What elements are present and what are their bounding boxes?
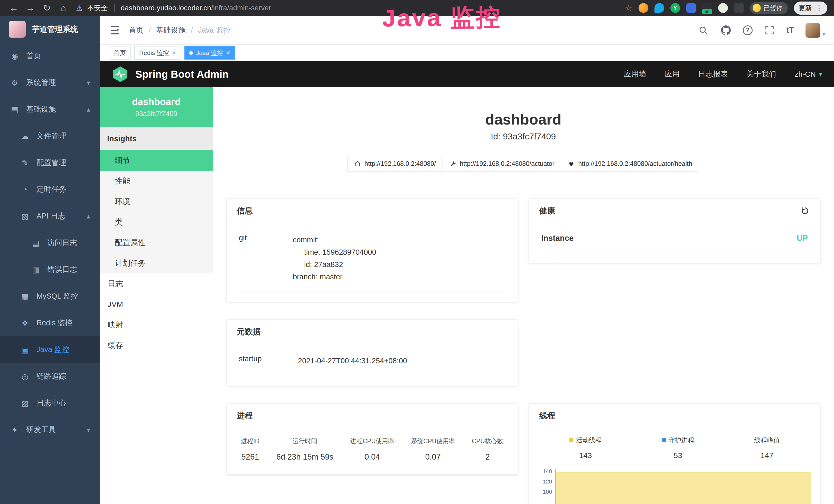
extension-leaf-icon[interactable]: [718, 3, 728, 13]
user-menu[interactable]: ▾: [806, 23, 825, 38]
sba-nav-about[interactable]: 关于我们: [746, 69, 776, 79]
extension-drop-icon[interactable]: [655, 3, 664, 13]
health-card: 健康 Instance UP: [529, 199, 820, 263]
sba-menu-metrics[interactable]: 性能: [100, 171, 213, 191]
close-icon[interactable]: ×: [172, 49, 176, 57]
document-icon: ▥: [31, 265, 41, 274]
extension-fox-icon[interactable]: [639, 3, 648, 13]
sidebar-item-tracing[interactable]: ◎ 链路追踪: [0, 363, 100, 390]
page-title: dashboard: [226, 110, 820, 129]
extension-grid-icon[interactable]: [686, 3, 696, 13]
close-icon[interactable]: ×: [226, 49, 230, 57]
forward-icon[interactable]: →: [23, 2, 38, 14]
threads-chart: 140 120 100: [529, 468, 820, 504]
chevron-down-icon: ▾: [87, 79, 90, 87]
back-icon[interactable]: ←: [7, 2, 21, 14]
home-icon[interactable]: ⌂: [56, 2, 70, 14]
sba-menu-config-props[interactable]: 配置属性: [100, 232, 213, 253]
tag-java-monitor[interactable]: Java 监控 ×: [184, 46, 235, 60]
info-card: 信息 git commit: time: 1596289704000 id: 2…: [226, 199, 518, 302]
paused-badge[interactable]: 已暂停: [750, 2, 788, 15]
health-card-title: 健康: [540, 205, 555, 216]
tag-home[interactable]: 首页: [109, 46, 131, 60]
breadcrumb-infra[interactable]: 基础设施: [156, 25, 186, 36]
app-logo[interactable]: 芋道管理系统: [0, 16, 100, 43]
sidebar-item-error-log[interactable]: ▥ 错误日志: [0, 256, 100, 283]
github-icon[interactable]: [720, 25, 731, 36]
sba-menu-jvm[interactable]: JVM: [100, 294, 213, 315]
legend-live-threads[interactable]: 活动线程 143: [569, 436, 601, 460]
layers-icon: ❖: [20, 319, 30, 328]
instance-id-line: Id: 93a3fc7f7409: [226, 132, 820, 141]
app-sidebar: 芋道管理系统 ◉ 首页 ⚙ 系统管理 ▾ ▤ 基础设施 ▴ ☁ 文件管理 ✎ 配…: [0, 16, 100, 504]
sidebar-item-scheduled-jobs[interactable]: ◔ 定时任务: [0, 176, 100, 203]
sba-brand[interactable]: Spring Boot Admin: [135, 69, 228, 80]
dashboard-icon: ◉: [10, 52, 20, 61]
sidebar-item-config[interactable]: ✎ 配置管理: [0, 150, 100, 176]
sba-content: dashboard Id: 93a3fc7f7409 http://192.16…: [213, 87, 834, 504]
sba-menu-environment[interactable]: 环境: [100, 191, 213, 212]
font-size-icon[interactable]: tT: [787, 25, 794, 35]
health-url-link[interactable]: http://192.168.0.2:48080/actuator/health: [561, 156, 699, 171]
breadcrumb: 首页 / 基础设施 / Java 监控: [129, 25, 231, 36]
metadata-card: 元数据 startup 2021-04-27T00:44:31.254+08:0…: [226, 320, 518, 386]
search-icon[interactable]: [698, 25, 709, 36]
extensions-puzzle-icon[interactable]: [734, 3, 744, 13]
extension-y-icon[interactable]: Y: [671, 3, 680, 13]
sidebar-item-mysql-monitor[interactable]: ▦ MySQL 监控: [0, 283, 100, 310]
sba-nav-journal[interactable]: 日志报表: [698, 69, 728, 79]
sba-menu-classes[interactable]: 类: [100, 212, 213, 232]
sba-menu-mappings[interactable]: 映射: [100, 315, 213, 335]
sidebar-item-redis-monitor[interactable]: ❖ Redis 监控: [0, 310, 100, 336]
bookmark-star-icon[interactable]: ☆: [625, 3, 632, 13]
cloud-upload-icon: ☁: [20, 132, 30, 141]
address-bar[interactable]: ⚠ 不安全 dashboard.yudao.iocoder.cn/infra/a…: [76, 3, 271, 13]
fullscreen-icon[interactable]: [764, 25, 775, 36]
security-warning-label[interactable]: 不安全: [87, 3, 108, 13]
reload-icon[interactable]: ↻: [40, 2, 54, 14]
sba-sidebar: dashboard 93a3fc7f7409 Insights 细节 性能 环境…: [100, 87, 213, 504]
eye-icon: ◎: [20, 372, 30, 381]
instance-header[interactable]: dashboard 93a3fc7f7409: [100, 87, 213, 127]
sidebar-item-access-log[interactable]: ▤ 访问日志: [0, 230, 100, 256]
process-uptime: 运行时间 6d 23h 15m 59s: [277, 437, 333, 462]
sidebar-item-java-monitor[interactable]: ▣ Java 监控: [0, 336, 100, 363]
sba-nav-applications[interactable]: 应用: [665, 69, 680, 79]
help-icon[interactable]: ?: [743, 25, 752, 35]
language-selector[interactable]: zh-CN ▾: [795, 70, 822, 78]
sidebar-item-api-logs[interactable]: ▧ API 日志 ▴: [0, 203, 100, 230]
sba-menu-caches[interactable]: 缓存: [100, 335, 213, 356]
sidebar-item-log-center[interactable]: ▨ 日志中心: [0, 390, 100, 416]
row-divider: [239, 375, 505, 375]
sidebar-item-infra[interactable]: ▤ 基础设施 ▴: [0, 96, 100, 123]
menu-dots-icon: ⋮: [815, 4, 823, 12]
update-button[interactable]: 更新 ⋮: [794, 2, 827, 15]
sba-menu-logs[interactable]: 日志: [100, 273, 213, 294]
history-icon[interactable]: [800, 206, 810, 216]
chart-icon: ▦: [20, 292, 30, 301]
info-key: git: [239, 234, 293, 283]
sidebar-item-dev-tools[interactable]: ✦ 研发工具 ▾: [0, 416, 100, 443]
breadcrumb-home[interactable]: 首页: [129, 25, 144, 36]
legend-daemon-threads[interactable]: 守护进程 53: [662, 436, 694, 460]
process-cpu: 进程CPU使用率 0.04: [350, 437, 394, 462]
sba-menu-details[interactable]: 细节: [100, 150, 213, 171]
sba-menu-scheduled-tasks[interactable]: 计划任务: [100, 253, 213, 273]
url-text[interactable]: dashboard.yudao.iocoder.cn/infra/admin-s…: [121, 4, 271, 12]
actuator-url-link[interactable]: http://192.168.0.2:48080/actuator: [443, 156, 561, 171]
sidebar-fold-icon[interactable]: [109, 24, 121, 37]
tag-redis-monitor[interactable]: Redis 监控 ×: [134, 46, 181, 60]
chart-y-axis: 140 120 100: [535, 468, 555, 504]
metadata-card-title: 元数据: [237, 326, 261, 337]
sba-nav-wallboard[interactable]: 应用墙: [624, 69, 646, 79]
sidebar-item-files[interactable]: ☁ 文件管理: [0, 123, 100, 150]
sidebar-item-home[interactable]: ◉ 首页: [0, 43, 100, 69]
avatar: [806, 23, 820, 38]
extension-switch-icon[interactable]: on: [702, 3, 712, 13]
legend-peak-threads[interactable]: 线程峰值 147: [754, 436, 780, 460]
spring-boot-admin-logo-icon: [112, 66, 129, 83]
chart-plot-area: [555, 468, 811, 504]
sidebar-item-system[interactable]: ⚙ 系统管理 ▾: [0, 69, 100, 96]
clock-icon: ◔: [20, 185, 30, 194]
service-url-link[interactable]: http://192.168.0.2:48080/: [347, 156, 443, 171]
